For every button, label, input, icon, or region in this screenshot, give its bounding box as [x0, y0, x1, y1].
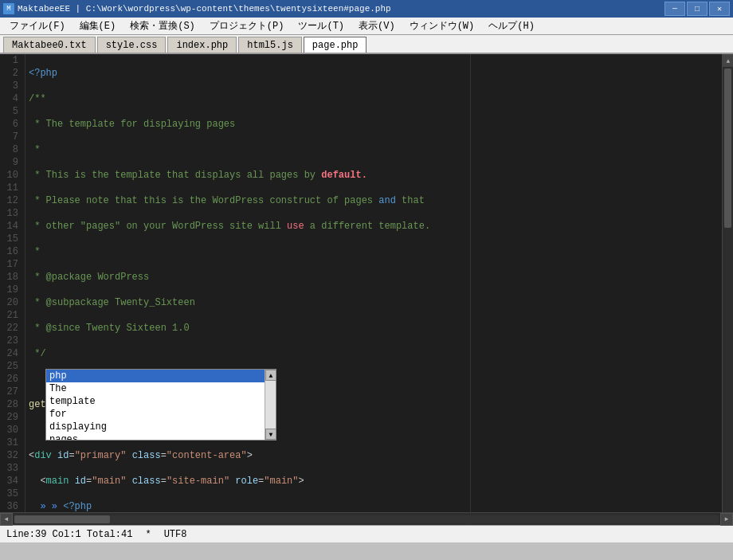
- scroll-right-button[interactable]: ►: [720, 513, 733, 526]
- autocomplete-items: php The template for displaying pages Th…: [46, 370, 276, 440]
- tab-page[interactable]: page.php: [304, 37, 367, 53]
- modified-indicator: *: [145, 529, 151, 540]
- editor-main: 1 2 3 4 5 6 7 8 9 10 11 12 13 14 15 16 1…: [0, 54, 733, 512]
- scroll-thumb-h: [14, 515, 110, 523]
- close-button[interactable]: ✕: [709, 2, 730, 16]
- editor-container: 1 2 3 4 5 6 7 8 9 10 11 12 13 14 15 16 1…: [0, 54, 733, 525]
- tab-html5[interactable]: html5.js: [238, 37, 302, 53]
- autocomplete-item-0[interactable]: php: [46, 370, 276, 382]
- app-icon: M: [3, 3, 14, 14]
- title-bar: M MaktabeeEE | C:\Work\wordpress\wp-cont…: [0, 0, 733, 18]
- cursor-position: Line:39 Col:1 Total:41: [6, 529, 132, 540]
- menu-view[interactable]: 表示(V): [352, 18, 402, 34]
- encoding: UTF8: [164, 529, 187, 540]
- menu-help[interactable]: ヘルプ(H): [482, 18, 541, 34]
- scroll-left-button[interactable]: ◄: [0, 513, 13, 526]
- autocomplete-item-4[interactable]: displaying: [46, 421, 276, 433]
- menu-edit[interactable]: 編集(E): [73, 18, 123, 34]
- maximize-button[interactable]: □: [687, 2, 708, 16]
- menu-window[interactable]: ウィンドウ(W): [403, 18, 481, 34]
- autocomplete-scroll-up[interactable]: ▲: [265, 370, 276, 381]
- autocomplete-item-5[interactable]: pages: [46, 433, 276, 440]
- scroll-up-button[interactable]: ▲: [723, 54, 733, 67]
- vertical-scrollbar[interactable]: ▲: [722, 54, 733, 512]
- line-numbers: 1 2 3 4 5 6 7 8 9 10 11 12 13 14 15 16 1…: [0, 54, 25, 512]
- window-title: MaktabeeEE | C:\Work\wordpress\wp-conten…: [18, 4, 391, 14]
- autocomplete-scroll-down[interactable]: ▼: [265, 429, 276, 440]
- horizontal-scrollbar[interactable]: ◄ ►: [0, 512, 733, 525]
- autocomplete-item-3[interactable]: for: [46, 408, 276, 421]
- tab-index[interactable]: index.php: [167, 37, 237, 53]
- menu-bar: ファイル(F) 編集(E) 検索・置換(S) プロジェクト(P) ツール(T) …: [0, 18, 733, 35]
- status-bar: Line:39 Col:1 Total:41 * UTF8: [0, 525, 733, 542]
- autocomplete-item-1[interactable]: The: [46, 382, 276, 395]
- menu-tools[interactable]: ツール(T): [292, 18, 351, 34]
- minimize-button[interactable]: ─: [664, 2, 685, 16]
- window-controls: ─ □ ✕: [664, 2, 730, 16]
- autocomplete-item-2[interactable]: template: [46, 395, 276, 408]
- menu-search[interactable]: 検索・置換(S): [123, 18, 202, 34]
- autocomplete-list: php The template for displaying pages Th…: [46, 370, 276, 440]
- scroll-thumb[interactable]: [724, 69, 731, 228]
- menu-file[interactable]: ファイル(F): [3, 18, 72, 34]
- code-editor[interactable]: <?php /** * The template for displaying …: [25, 54, 722, 512]
- menu-project[interactable]: プロジェクト(P): [203, 18, 291, 34]
- autocomplete-dropdown[interactable]: php The template for displaying pages Th…: [45, 369, 276, 441]
- autocomplete-scrollbar: ▲ ▼: [265, 370, 276, 440]
- scroll-track[interactable]: [14, 515, 719, 523]
- tab-bar: Maktabee0.txt style.css index.php html5.…: [0, 35, 733, 54]
- tab-maktabee[interactable]: Maktabee0.txt: [3, 37, 96, 53]
- tab-style[interactable]: style.css: [97, 37, 167, 53]
